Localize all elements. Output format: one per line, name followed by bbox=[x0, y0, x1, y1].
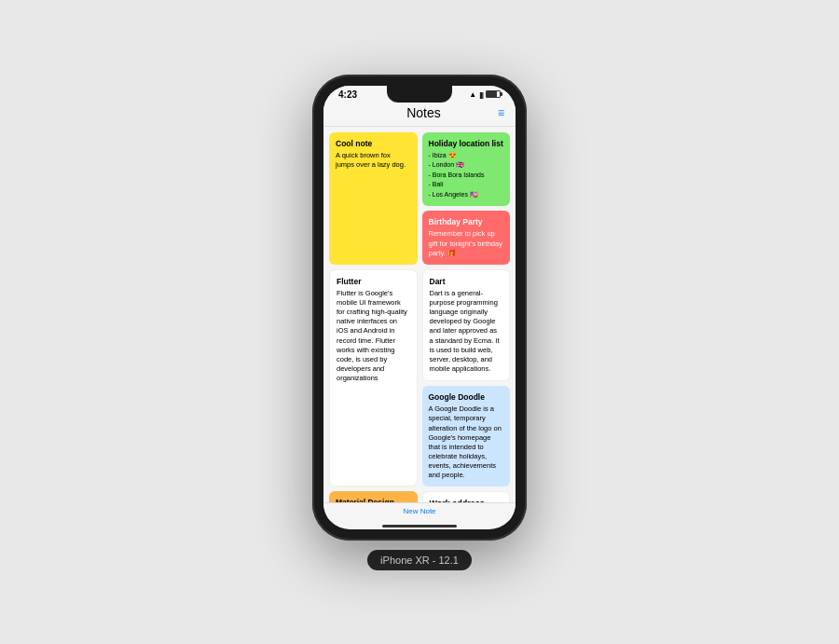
phone-wrapper: 4:23 ▲ ||| Notes ≡ bbox=[312, 75, 527, 570]
wifi-icon: ▲ bbox=[469, 90, 476, 99]
status-time: 4:23 bbox=[338, 89, 357, 100]
home-indicator bbox=[382, 525, 457, 528]
device-label: iPhone XR - 12.1 bbox=[367, 550, 472, 570]
battery-icon bbox=[486, 90, 501, 98]
note-dart-body: Dart is a general-purpose programming la… bbox=[430, 289, 503, 374]
note-flutter-title: Flutter bbox=[337, 277, 410, 286]
note-holiday[interactable]: Holiday location list - Ibiza 😍 - London… bbox=[422, 132, 511, 207]
note-holiday-title: Holiday location list bbox=[429, 139, 504, 148]
note-flutter-body: Flutter is Google's mobile UI framework … bbox=[337, 289, 410, 383]
menu-icon[interactable]: ≡ bbox=[498, 106, 504, 119]
note-doodle-body: A Google Doodle is a special, temporary … bbox=[429, 404, 504, 480]
phone-frame: 4:23 ▲ ||| Notes ≡ bbox=[312, 75, 527, 541]
note-work[interactable]: Work address bbox=[422, 491, 511, 501]
note-cool-body: A quick brown fox jumps over a lazy dog. bbox=[336, 151, 411, 170]
notes-content[interactable]: Cool note A quick brown fox jumps over a… bbox=[323, 127, 516, 502]
note-cool-title: Cool note bbox=[336, 139, 411, 148]
note-flutter[interactable]: Flutter Flutter is Google's mobile UI fr… bbox=[329, 269, 418, 487]
note-material[interactable]: Material Design Material Design is a fou… bbox=[329, 491, 418, 501]
app-header: Notes ≡ bbox=[323, 102, 516, 127]
bottom-bar: New Note bbox=[323, 502, 516, 521]
phone-screen: 4:23 ▲ ||| Notes ≡ bbox=[323, 86, 516, 529]
note-cool[interactable]: Cool note A quick brown fox jumps over a… bbox=[329, 132, 418, 265]
note-dart-title: Dart bbox=[430, 277, 503, 286]
notch bbox=[387, 86, 452, 103]
new-note-button[interactable]: New Note bbox=[403, 507, 435, 515]
note-dart[interactable]: Dart Dart is a general-purpose programmi… bbox=[422, 269, 511, 381]
notes-grid: Cool note A quick brown fox jumps over a… bbox=[329, 132, 510, 502]
status-icons: ▲ ||| bbox=[469, 90, 501, 99]
note-birthday[interactable]: Birthday Party Remember to pick up gift … bbox=[422, 211, 511, 265]
note-holiday-body: - Ibiza 😍 - London 🇬🇧 - Bora Bora Island… bbox=[429, 151, 504, 200]
note-birthday-title: Birthday Party bbox=[429, 217, 504, 226]
note-birthday-body: Remember to pick up gift for tonight's b… bbox=[429, 229, 504, 257]
signal-icon: ||| bbox=[479, 90, 483, 99]
note-doodle[interactable]: Google Doodle A Google Doodle is a speci… bbox=[422, 386, 511, 486]
app-title: Notes bbox=[350, 105, 498, 120]
note-doodle-title: Google Doodle bbox=[429, 392, 504, 402]
